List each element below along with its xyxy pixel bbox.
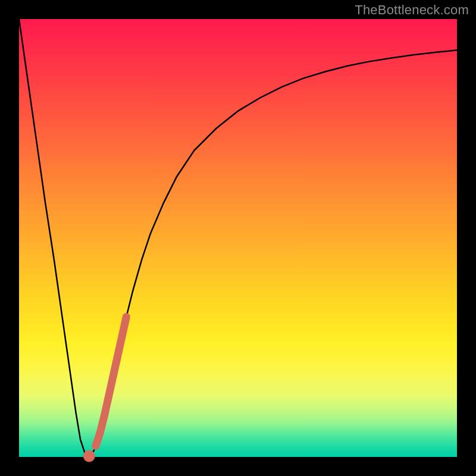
min-marker-dot bbox=[83, 450, 95, 462]
chart-plot-area bbox=[19, 19, 457, 457]
outer-frame: TheBottleneck.com bbox=[0, 0, 476, 476]
bottleneck-curve bbox=[19, 19, 457, 456]
watermark-text: TheBottleneck.com bbox=[355, 2, 469, 18]
highlight-segment bbox=[96, 317, 127, 446]
chart-svg bbox=[19, 19, 457, 457]
